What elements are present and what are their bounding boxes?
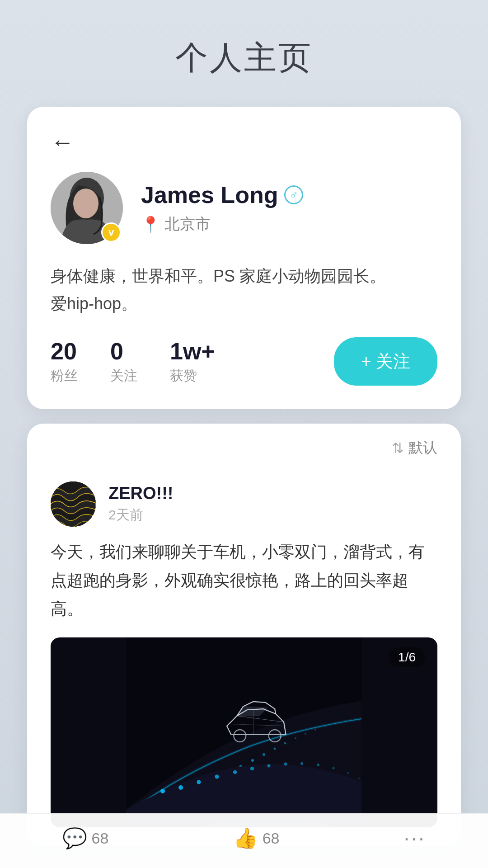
feed-text: 今天，我们来聊聊关于车机，小零双门，溜背式，有点超跑的身影，外观确实很惊艳，路上… (51, 538, 437, 623)
feed-time: 2天前 (108, 506, 174, 524)
page-title: 个人主页 (0, 0, 488, 107)
profile-bio: 身体健康，世界和平。PS 家庭小动物园园长。 爱hip-hop。 (51, 262, 437, 317)
follow-button[interactable]: + 关注 (334, 337, 437, 386)
svg-point-18 (305, 733, 306, 735)
svg-point-30 (267, 764, 271, 768)
profile-header: v James Long ♂ 📍 北京市 (51, 172, 437, 244)
feed-card: ⇅ 默认 ZERO!!! 2天前 (27, 424, 461, 845)
feed-item: ZERO!!! 2天前 今天，我们来聊聊关于车机，小零双门，溜背式，有点超跑的身… (27, 467, 461, 845)
svg-point-35 (347, 772, 349, 774)
profile-name: James Long ♂ (141, 181, 303, 208)
svg-point-29 (250, 767, 254, 770)
svg-point-32 (300, 762, 303, 765)
like-count: 68 (263, 830, 280, 847)
back-button[interactable]: ← (51, 128, 74, 156)
avatar-wrap: v (51, 172, 123, 244)
svg-point-16 (284, 742, 286, 745)
profile-card: ← v (27, 107, 461, 409)
bottom-nav: 💬 68 👍 68 ··· (0, 813, 488, 868)
svg-point-15 (274, 748, 276, 750)
feed-image-canvas: 1/6 (51, 637, 437, 827)
stat-follow: 0 关注 (110, 338, 137, 385)
like-icon: 👍 (233, 826, 258, 850)
feed-author-row: ZERO!!! 2天前 (51, 481, 437, 527)
svg-point-34 (333, 767, 335, 769)
comment-icon: 💬 (62, 826, 87, 850)
profile-stats: 20 粉丝 0 关注 1w+ 获赞 + 关注 (51, 337, 437, 386)
svg-point-2 (73, 189, 99, 218)
stat-likes: 1w+ 获赞 (170, 338, 215, 385)
stat-fans: 20 粉丝 (51, 338, 78, 385)
nav-like[interactable]: 👍 68 (233, 826, 280, 850)
image-counter: 1/6 (389, 647, 425, 667)
svg-point-17 (295, 737, 296, 739)
profile-location: 📍 北京市 (141, 214, 303, 235)
gender-icon: ♂ (284, 185, 303, 204)
feed-sort-bar: ⇅ 默认 (27, 424, 461, 467)
svg-point-28 (233, 770, 237, 774)
sort-label[interactable]: 默认 (408, 438, 437, 458)
svg-point-25 (178, 785, 183, 790)
comment-count: 68 (92, 830, 109, 847)
svg-point-27 (215, 775, 219, 779)
svg-point-23 (355, 717, 356, 718)
feed-image[interactable]: 1/6 (51, 637, 437, 827)
svg-point-31 (284, 763, 287, 766)
svg-point-26 (197, 780, 201, 784)
svg-point-33 (317, 764, 319, 766)
svg-point-13 (251, 759, 254, 762)
svg-point-14 (263, 753, 265, 756)
nav-more[interactable]: ··· (404, 827, 426, 849)
sort-icon: ⇅ (392, 439, 404, 457)
svg-point-19 (314, 729, 316, 731)
profile-info: James Long ♂ 📍 北京市 (141, 181, 303, 235)
svg-point-24 (160, 789, 165, 793)
more-icon: ··· (404, 827, 426, 849)
verified-badge: v (101, 222, 121, 242)
feed-author-avatar (51, 481, 96, 527)
nav-comment[interactable]: 💬 68 (62, 826, 109, 850)
location-icon: 📍 (141, 215, 160, 233)
feed-author-info: ZERO!!! 2天前 (108, 484, 174, 524)
feed-author-name: ZERO!!! (108, 484, 174, 503)
svg-point-36 (358, 778, 360, 779)
